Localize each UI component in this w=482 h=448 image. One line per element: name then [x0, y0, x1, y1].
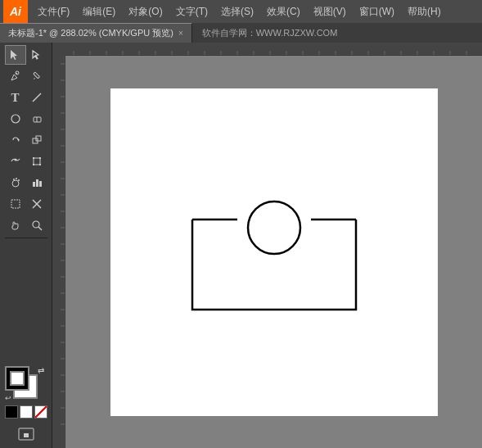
svg-rect-16 [33, 164, 34, 165]
menu-view[interactable]: 视图(V) [307, 0, 353, 23]
menu-bar: 文件(F) 编辑(E) 对象(O) 文字(T) 选择(S) 效果(C) 视图(V… [28, 0, 479, 23]
white-color-option[interactable] [20, 405, 33, 419]
svg-rect-22 [33, 182, 35, 187]
color-boxes: ⇄ ↩ [5, 366, 44, 402]
svg-rect-31 [24, 433, 29, 437]
svg-rect-17 [39, 164, 41, 165]
svg-point-20 [16, 178, 17, 179]
pencil-tool[interactable] [26, 66, 47, 86]
slice-tool[interactable] [26, 194, 47, 214]
left-ruler [52, 56, 65, 448]
pen-tool[interactable] [5, 66, 26, 86]
svg-rect-14 [33, 157, 34, 159]
tool-row-1 [0, 44, 52, 66]
tab-label: 未标题-1* @ 288.02% (CMYK/GPU 预览) [8, 27, 173, 39]
top-ruler [65, 43, 482, 56]
svg-rect-15 [39, 157, 41, 159]
menu-edit[interactable]: 编辑(E) [76, 0, 122, 23]
menu-effect[interactable]: 效果(C) [260, 0, 307, 23]
menu-window[interactable]: 窗口(W) [353, 0, 401, 23]
svg-line-5 [33, 93, 41, 102]
svg-rect-24 [39, 181, 42, 187]
ai-logo: Ai [3, 0, 28, 23]
tab-bar: 未标题-1* @ 288.02% (CMYK/GPU 预览) × 软件自学网：W… [0, 23, 482, 43]
menu-select[interactable]: 选择(S) [214, 0, 260, 23]
tool-row-6 [0, 151, 52, 172]
svg-point-18 [12, 180, 19, 187]
drawing-svg [110, 88, 438, 416]
menu-text[interactable]: 文字(T) [169, 0, 214, 23]
tab-active[interactable]: 未标题-1* @ 288.02% (CMYK/GPU 预览) × [0, 23, 192, 43]
svg-point-6 [11, 115, 20, 123]
svg-rect-4 [33, 72, 39, 79]
ellipse-tool[interactable] [5, 109, 26, 129]
tool-row-9 [0, 215, 52, 236]
tool-row-8 [0, 193, 52, 215]
svg-rect-25 [11, 200, 20, 208]
tool-row-2 [0, 66, 52, 87]
svg-rect-23 [36, 179, 38, 187]
tool-separator [5, 238, 47, 238]
svg-point-12 [14, 159, 16, 161]
hand-tool[interactable] [5, 215, 26, 235]
bottom-tools [0, 422, 52, 446]
tool-row-4 [0, 108, 52, 129]
none-color-option[interactable] [34, 405, 47, 419]
reset-colors-icon[interactable]: ↩ [5, 394, 11, 402]
main-area: T [0, 43, 482, 448]
svg-point-21 [18, 179, 20, 181]
menu-file[interactable]: 文件(F) [31, 0, 76, 23]
type-tool[interactable]: T [5, 88, 26, 107]
svg-marker-0 [11, 50, 17, 60]
swap-colors-icon[interactable]: ⇄ [38, 366, 44, 375]
canvas-with-ruler [52, 56, 482, 448]
foreground-color-box[interactable] [5, 366, 29, 391]
title-bar: Ai 文件(F) 编辑(E) 对象(O) 文字(T) 选择(S) 效果(C) 视… [0, 0, 482, 23]
warp-tool[interactable] [5, 152, 26, 171]
canvas[interactable] [65, 56, 482, 448]
tool-row-5 [0, 129, 52, 151]
tool-row-3: T [0, 87, 52, 108]
svg-rect-13 [34, 158, 40, 165]
selection-tool[interactable] [5, 45, 26, 65]
scale-tool[interactable] [26, 130, 47, 150]
ruler-corner [52, 43, 65, 56]
eraser-tool[interactable] [26, 109, 47, 129]
line-tool[interactable] [26, 88, 47, 107]
menu-help[interactable]: 帮助(H) [401, 0, 448, 23]
zoom-tool[interactable] [26, 215, 47, 235]
svg-marker-1 [33, 51, 38, 59]
svg-point-28 [33, 221, 39, 228]
free-transform-tool[interactable] [26, 152, 47, 171]
tool-row-7 [0, 172, 52, 193]
rotate-tool[interactable] [5, 130, 26, 150]
tab-close-button[interactable]: × [178, 29, 183, 38]
menu-object[interactable]: 对象(O) [122, 0, 169, 23]
direct-selection-tool[interactable] [26, 45, 47, 65]
tab-info: 软件自学网：WWW.RJZXW.COM [192, 27, 348, 39]
color-options [5, 405, 47, 419]
svg-line-29 [38, 227, 42, 230]
svg-point-19 [13, 179, 15, 180]
change-screen-mode[interactable] [16, 424, 37, 444]
symbol-spray-tool[interactable] [5, 173, 26, 192]
canvas-area [52, 43, 482, 448]
toolbar: T [0, 43, 52, 448]
canvas-page [110, 88, 438, 416]
graph-tool[interactable] [26, 173, 47, 192]
svg-point-82 [248, 201, 300, 254]
tool-row-bottom-1 [14, 423, 38, 445]
artboard-tool[interactable] [5, 194, 26, 214]
color-area: ⇄ ↩ [0, 363, 52, 422]
svg-marker-9 [18, 138, 20, 142]
black-color-option[interactable] [5, 405, 18, 419]
